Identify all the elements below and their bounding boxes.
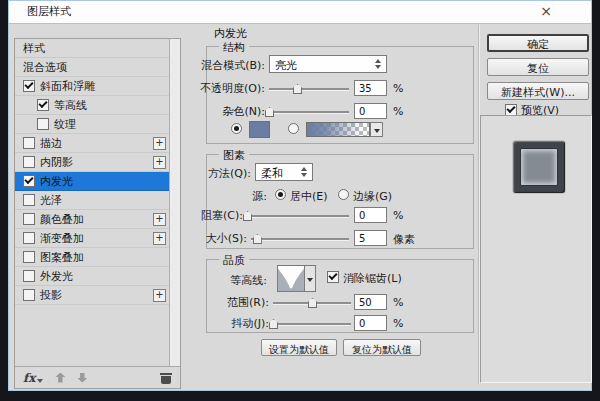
sidebar-item-label: 外发光 xyxy=(40,269,73,284)
style-preview-thumbnail xyxy=(513,141,565,193)
effect-checkbox[interactable] xyxy=(23,232,35,244)
noise-unit: % xyxy=(393,105,403,118)
sidebar-item-inner-shadow[interactable]: 内阴影+ xyxy=(15,153,169,172)
sidebar-item-gradient-overlay[interactable]: 渐变叠加+ xyxy=(15,229,169,248)
jitter-label: 抖动(J): xyxy=(169,316,269,331)
effect-checkbox[interactable] xyxy=(37,99,49,111)
chevron-updown-icon xyxy=(301,167,308,177)
sidebar-item-label: 渐变叠加 xyxy=(40,231,84,246)
blend-mode-select[interactable]: 亮光 xyxy=(269,55,387,73)
sidebar-item-label: 斜面和浮雕 xyxy=(40,79,95,94)
styles-sidebar: 样式混合选项斜面和浮雕等高线纹理描边+内阴影+内发光光泽颜色叠加+渐变叠加+图案… xyxy=(14,38,181,389)
reset-button[interactable]: 复位 xyxy=(487,58,589,76)
sidebar-item-texture[interactable]: 纹理 xyxy=(15,115,169,134)
source-center-radio[interactable] xyxy=(275,189,286,200)
jitter-slider[interactable] xyxy=(273,323,351,326)
blend-mode-label: 混合模式(B): xyxy=(159,58,265,73)
trash-can xyxy=(161,376,171,384)
sidebar-item-inner-glow[interactable]: 内发光 xyxy=(15,172,169,191)
sidebar-item-label: 投影 xyxy=(40,288,62,303)
effect-checkbox[interactable] xyxy=(23,175,35,187)
opacity-input[interactable]: 35 xyxy=(354,80,387,96)
preview-panel xyxy=(480,115,592,383)
sidebar-item-label: 内发光 xyxy=(40,174,73,189)
technique-select[interactable]: 柔和 xyxy=(255,163,313,181)
delete-effect-icon[interactable] xyxy=(160,372,172,384)
style-preview-inner xyxy=(521,149,557,185)
noise-input[interactable]: 0 xyxy=(354,103,387,119)
sidebar-item-label: 纹理 xyxy=(54,117,76,132)
range-unit: % xyxy=(393,296,403,309)
glow-color-swatch[interactable] xyxy=(249,121,270,138)
new-style-button[interactable]: 新建样式(W)... xyxy=(487,82,589,100)
trash-lid xyxy=(160,373,172,375)
sidebar-item-satin[interactable]: 光泽 xyxy=(15,191,169,210)
effect-checkbox[interactable] xyxy=(23,80,35,92)
jitter-unit: % xyxy=(393,317,403,330)
add-effect-button[interactable]: + xyxy=(153,289,166,302)
contour-picker-arrow-icon[interactable] xyxy=(304,265,316,292)
size-input[interactable]: 5 xyxy=(354,230,387,246)
antialias-checkbox[interactable] xyxy=(327,271,339,283)
range-slider[interactable] xyxy=(273,302,351,305)
reset-default-button[interactable]: 复位为默认值 xyxy=(343,339,421,356)
sidebar-item-label: 颜色叠加 xyxy=(40,212,84,227)
sidebar-item-drop-shadow[interactable]: 投影+ xyxy=(15,286,169,305)
opacity-slider[interactable] xyxy=(269,88,349,91)
contour-shape-icon xyxy=(278,266,304,291)
choke-input[interactable]: 0 xyxy=(354,207,387,223)
sidebar-item-styles[interactable]: 样式 xyxy=(15,39,169,58)
sidebar-item-blending-options[interactable]: 混合选项 xyxy=(15,58,169,77)
sidebar-item-contour[interactable]: 等高线 xyxy=(15,96,169,115)
sidebar-item-stroke[interactable]: 描边+ xyxy=(15,134,169,153)
elements-group-label: 图素 xyxy=(219,148,249,163)
fx-icon[interactable]: fx xyxy=(23,371,35,385)
sidebar-item-label: 图案叠加 xyxy=(40,250,84,265)
make-default-button[interactable]: 设置为默认值 xyxy=(261,339,337,356)
effect-checkbox[interactable] xyxy=(23,156,35,168)
color-radio[interactable] xyxy=(231,123,242,134)
sidebar-item-pattern-overlay[interactable]: 图案叠加 xyxy=(15,248,169,267)
effect-checkbox[interactable] xyxy=(23,137,35,149)
structure-group-label: 结构 xyxy=(219,40,249,55)
sidebar-item-bevel-emboss[interactable]: 斜面和浮雕 xyxy=(15,77,169,96)
effect-checkbox[interactable] xyxy=(23,213,35,225)
noise-slider[interactable] xyxy=(269,111,349,114)
range-input[interactable]: 50 xyxy=(354,294,387,310)
effect-checkbox[interactable] xyxy=(23,194,35,206)
range-label: 范围(R): xyxy=(169,295,269,310)
gradient-picker-arrow-icon[interactable] xyxy=(370,122,383,137)
contour-thumbnail[interactable] xyxy=(277,265,305,292)
panel-divider xyxy=(478,25,479,384)
effect-checkbox[interactable] xyxy=(37,118,49,130)
choke-unit: % xyxy=(393,209,403,222)
effect-checkbox[interactable] xyxy=(23,270,35,282)
ok-button[interactable]: 确定 xyxy=(487,34,589,52)
antialias-label: 消除锯齿(L) xyxy=(343,271,402,286)
sidebar-item-label: 样式 xyxy=(23,41,45,56)
close-icon[interactable]: × xyxy=(531,1,561,23)
add-effect-button[interactable]: + xyxy=(153,137,166,150)
sidebar-footer: fx xyxy=(15,366,180,388)
chevron-updown-icon xyxy=(375,59,382,69)
source-edge-radio[interactable] xyxy=(338,189,349,200)
size-label: 大小(S): xyxy=(159,231,247,246)
jitter-input[interactable]: 0 xyxy=(354,315,387,331)
move-down-icon[interactable] xyxy=(77,373,87,383)
dialog-title: 图层样式 xyxy=(27,1,71,23)
choke-slider[interactable] xyxy=(247,215,349,218)
gradient-radio[interactable] xyxy=(288,123,299,134)
contour-label: 等高线: xyxy=(179,273,267,288)
sidebar-item-outer-glow[interactable]: 外发光 xyxy=(15,267,169,286)
gradient-preview[interactable] xyxy=(306,122,370,137)
opacity-unit: % xyxy=(393,82,403,95)
layer-style-dialog: 图层样式 × 样式混合选项斜面和浮雕等高线纹理描边+内阴影+内发光光泽颜色叠加+… xyxy=(8,0,592,391)
sidebar-item-color-overlay[interactable]: 颜色叠加+ xyxy=(15,210,169,229)
move-up-icon[interactable] xyxy=(55,373,65,383)
effect-checkbox[interactable] xyxy=(23,289,35,301)
technique-label: 方法(Q): xyxy=(159,166,251,181)
quality-group-label: 品质 xyxy=(219,253,249,268)
effect-checkbox[interactable] xyxy=(23,251,35,263)
size-slider[interactable] xyxy=(251,238,349,241)
title-bar: 图层样式 × xyxy=(9,1,591,24)
